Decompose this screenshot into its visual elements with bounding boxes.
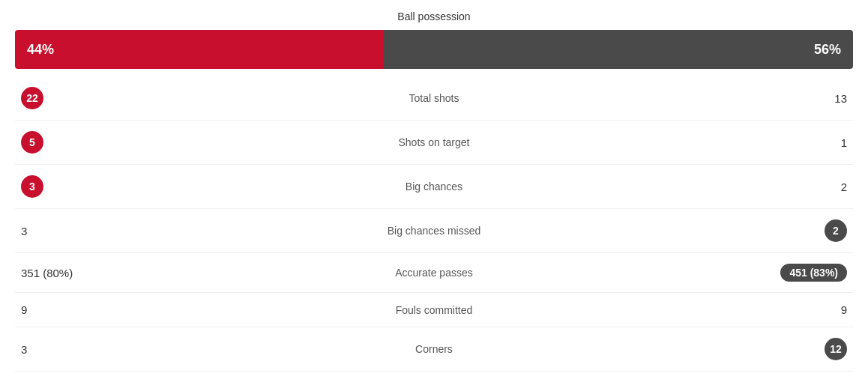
right-plain-value: 2 [841,181,847,193]
stat-label: Accurate passes [280,253,589,293]
left-badge-red: 3 [21,175,43,198]
left-value-cell: 3 [15,165,280,209]
stat-label: Shots on target [280,121,589,165]
right-badge-dark: 12 [825,338,847,360]
table-row: 5Shots on target1 [15,121,853,165]
right-badge-dark: 2 [825,219,847,242]
left-plain-value: 3 [21,343,27,356]
stats-table: 22Total shots135Shots on target13Big cha… [15,76,853,372]
left-value-cell: 351 (80%) [15,253,280,293]
right-value-cell: 1 [588,121,853,165]
possession-label: Ball possession [15,0,853,30]
right-plain-value: 1 [841,136,847,149]
table-row: 3Big chances missed2 [15,209,853,253]
right-plain-value: 9 [841,303,847,316]
right-plain-value: 13 [834,92,847,105]
possession-right: 56% [384,30,853,69]
stat-label: Corners [280,327,589,372]
stat-label: Big chances [280,165,589,209]
right-value-cell: 2 [588,209,853,253]
left-value-cell: 9 [15,293,280,327]
possession-left: 44% [15,30,384,69]
stats-container: Ball possession 44% 56% 22Total shots135… [0,0,868,372]
table-row: 3Big chances2 [15,165,853,209]
right-value-cell: 9 [588,293,853,327]
left-plain-value: 9 [21,303,27,316]
right-value-cell: 451 (83%) [588,253,853,293]
stat-label: Fouls committed [280,293,589,327]
left-badge-red: 5 [21,131,43,154]
right-value-cell: 2 [588,165,853,209]
left-value-cell: 3 [15,327,280,372]
right-badge-dark-pill: 451 (83%) [780,264,847,282]
left-plain-value: 3 [21,225,27,237]
table-row: 22Total shots13 [15,76,853,121]
right-value-cell: 12 [588,327,853,372]
left-value-cell: 22 [15,76,280,121]
stat-label: Big chances missed [280,209,589,253]
stat-label: Total shots [280,76,589,121]
table-row: 3Corners12 [15,327,853,372]
table-row: 351 (80%)Accurate passes451 (83%) [15,253,853,293]
possession-bar: 44% 56% [15,30,853,69]
left-plain-value: 351 (80%) [21,267,73,279]
left-badge-red: 22 [21,87,43,109]
left-value-cell: 5 [15,121,280,165]
table-row: 9Fouls committed9 [15,293,853,327]
left-value-cell: 3 [15,209,280,253]
right-value-cell: 13 [588,76,853,121]
